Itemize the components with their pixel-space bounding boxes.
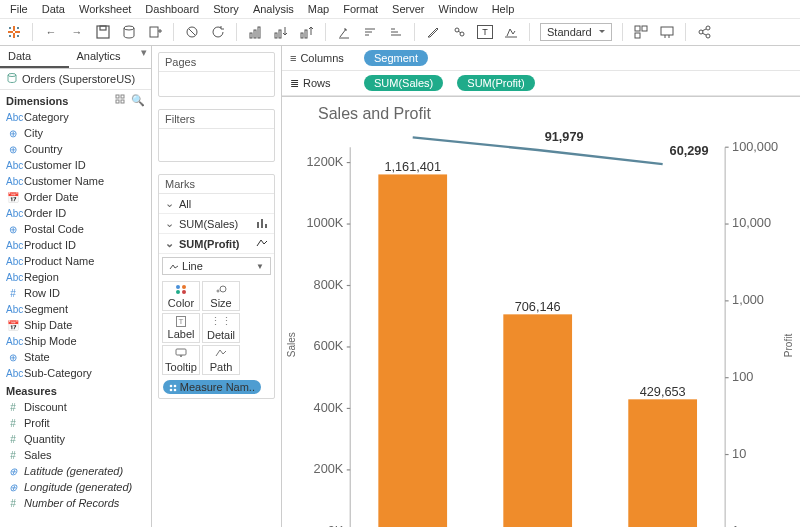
toolbar: ← → T Standard (0, 19, 800, 46)
field-state[interactable]: ⊕State (0, 349, 151, 365)
svg-rect-0 (13, 26, 15, 31)
marks-size-button[interactable]: Size (202, 281, 240, 311)
columns-shelf[interactable]: ≡Columns Segment (282, 46, 800, 71)
sort-bar2-icon[interactable] (388, 24, 404, 40)
marks-all-label: All (175, 198, 268, 210)
menu-file[interactable]: File (4, 1, 34, 17)
svg-text:600K: 600K (314, 338, 344, 353)
new-data-icon[interactable] (121, 24, 137, 40)
forward-icon[interactable]: → (69, 24, 85, 40)
rows-shelf[interactable]: ≣Rows SUM(Sales) SUM(Profit) (282, 71, 800, 96)
refresh-icon[interactable] (210, 24, 226, 40)
pill-sum-profit[interactable]: SUM(Profit) (457, 75, 534, 91)
marks-color-button[interactable]: Color (162, 281, 200, 311)
field-row-id[interactable]: #Row ID (0, 285, 151, 301)
sort-bar-icon[interactable] (362, 24, 378, 40)
mark-type-label: Line (182, 260, 203, 272)
menu-worksheet[interactable]: Worksheet (73, 1, 137, 17)
menu-map[interactable]: Map (302, 1, 335, 17)
marks-path-button[interactable]: Path (202, 345, 240, 375)
menu-data[interactable]: Data (36, 1, 71, 17)
svg-point-58 (220, 286, 226, 292)
menu-analysis[interactable]: Analysis (247, 1, 300, 17)
svg-point-41 (706, 26, 710, 30)
field-region[interactable]: AbcRegion (0, 269, 151, 285)
marks-profit[interactable]: ⌄SUM(Profit) (159, 234, 274, 254)
sort-desc-icon[interactable] (299, 24, 315, 40)
field-city[interactable]: ⊕City (0, 125, 151, 141)
label-icon[interactable]: T (477, 25, 493, 39)
svg-rect-22 (305, 30, 307, 38)
tab-menu-icon[interactable]: ▾ (137, 46, 151, 68)
search-icon[interactable]: 🔍 (131, 94, 145, 107)
marks-detail-button[interactable]: ⋮⋮Detail (202, 313, 240, 343)
view-icon[interactable] (115, 94, 125, 107)
field-order-date[interactable]: 📅Order Date (0, 189, 151, 205)
field-quantity[interactable]: #Quantity (0, 431, 151, 447)
menu-server[interactable]: Server (386, 1, 430, 17)
menu-help[interactable]: Help (486, 1, 521, 17)
datasource-label[interactable]: Orders (SuperstoreUS) (0, 69, 151, 90)
field-discount[interactable]: #Discount (0, 399, 151, 415)
tab-data[interactable]: Data (0, 46, 69, 68)
pill-sum-sales[interactable]: SUM(Sales) (364, 75, 443, 91)
present-icon[interactable] (659, 24, 675, 40)
svg-rect-46 (116, 95, 119, 98)
group-icon[interactable] (451, 24, 467, 40)
menu-format[interactable]: Format (337, 1, 384, 17)
field-longitude-generated-[interactable]: ⊕Longitude (generated) (0, 479, 151, 495)
showcards-icon[interactable] (633, 24, 649, 40)
svg-text:100,000: 100,000 (732, 139, 778, 154)
save-icon[interactable] (95, 24, 111, 40)
mark-type-select[interactable]: Line▼ (162, 257, 271, 275)
svg-point-63 (174, 389, 177, 392)
chart[interactable]: 0K200K400K600K800K1000K1200K1101001,0001… (297, 131, 783, 527)
pages-card[interactable]: Pages (158, 52, 275, 97)
marks-tooltip-button[interactable]: Tooltip (162, 345, 200, 375)
menu-story[interactable]: Story (207, 1, 245, 17)
marks-label-label: Label (168, 328, 195, 340)
svg-rect-19 (275, 33, 277, 38)
field-customer-id[interactable]: AbcCustomer ID (0, 157, 151, 173)
marks-label-button[interactable]: TLabel (162, 313, 200, 343)
svg-point-62 (170, 389, 173, 392)
field-segment[interactable]: AbcSegment (0, 301, 151, 317)
sort-asc-icon[interactable] (273, 24, 289, 40)
field-sub-category[interactable]: AbcSub-Category (0, 365, 151, 381)
tab-analytics[interactable]: Analytics (69, 46, 138, 68)
field-number-of-records[interactable]: #Number of Records (0, 495, 151, 511)
pill-measure-names[interactable]: Measure Nam.. (163, 380, 261, 394)
highlight-icon[interactable] (425, 24, 441, 40)
field-profit[interactable]: #Profit (0, 415, 151, 431)
field-product-name[interactable]: AbcProduct Name (0, 253, 151, 269)
share-icon[interactable] (696, 24, 712, 40)
svg-rect-49 (121, 100, 124, 103)
marks-sales[interactable]: ⌄SUM(Sales) (159, 214, 274, 234)
viz-title[interactable]: Sales and Profit (282, 97, 800, 127)
clear-icon[interactable] (184, 24, 200, 40)
fit-select[interactable]: Standard (540, 23, 612, 41)
field-ship-mode[interactable]: AbcShip Mode (0, 333, 151, 349)
filters-card[interactable]: Filters (158, 109, 275, 162)
menu-window[interactable]: Window (433, 1, 484, 17)
fix-axes-icon[interactable] (503, 24, 519, 40)
field-category[interactable]: AbcCategory (0, 109, 151, 125)
new-sheet-icon[interactable] (147, 24, 163, 40)
back-icon[interactable]: ← (43, 24, 59, 40)
menu-dashboard[interactable]: Dashboard (139, 1, 205, 17)
svg-rect-51 (261, 219, 263, 228)
field-product-id[interactable]: AbcProduct ID (0, 237, 151, 253)
field-order-id[interactable]: AbcOrder ID (0, 205, 151, 221)
field-ship-date[interactable]: 📅Ship Date (0, 317, 151, 333)
svg-point-54 (182, 285, 186, 289)
field-latitude-generated-[interactable]: ⊕Latitude (generated) (0, 463, 151, 479)
pill-segment[interactable]: Segment (364, 50, 428, 66)
field-country[interactable]: ⊕Country (0, 141, 151, 157)
menu-bar: File Data Worksheet Dashboard Story Anal… (0, 0, 800, 19)
marks-all[interactable]: ⌄All (159, 194, 274, 214)
field-postal-code[interactable]: ⊕Postal Code (0, 221, 151, 237)
field-sales[interactable]: #Sales (0, 447, 151, 463)
totals-icon[interactable] (336, 24, 352, 40)
swap-icon[interactable] (247, 24, 263, 40)
field-customer-name[interactable]: AbcCustomer Name (0, 173, 151, 189)
